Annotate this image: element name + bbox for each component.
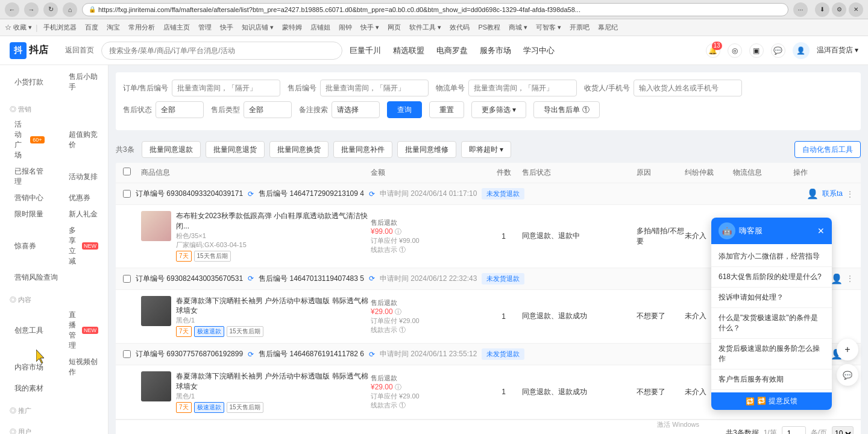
more-filter-button[interactable]: 更多筛选 ▾ — [471, 101, 526, 118]
chat-close-btn[interactable]: ✕ — [817, 226, 825, 236]
chat-item-5[interactable]: 发货后极速退款的服务阶怎么操作 — [711, 339, 832, 370]
batch-refund-btn[interactable]: 批量同意退款 — [142, 141, 201, 158]
batch-supplement-btn[interactable]: 批量同意补件 — [333, 141, 392, 158]
tag-15day-2[interactable]: 15天售后期 — [227, 326, 263, 337]
order-checkbox-3[interactable] — [123, 350, 131, 358]
batch-exchange-btn[interactable]: 批量同意换货 — [269, 141, 329, 158]
filter-input-aftersaleno[interactable] — [320, 80, 429, 96]
bookmark-code[interactable]: 效代码 — [447, 22, 472, 33]
copy-icon-2[interactable]: ⟳ — [248, 274, 254, 283]
nav-xxzx[interactable]: 学习中心 — [523, 45, 555, 56]
page-input[interactable] — [782, 426, 806, 434]
tag-7day-1[interactable]: 7天 — [176, 251, 192, 262]
bookmark-knowledge[interactable]: 知识店铺 ▾ — [239, 22, 276, 33]
filter-select-type[interactable]: 全部 — [244, 101, 292, 118]
filter-input-orderno[interactable] — [172, 80, 280, 96]
bookmark-item[interactable]: ☆ 收藏 ▾ — [5, 23, 32, 32]
sidebar-item-surprise[interactable]: 惊喜券 — [0, 222, 54, 269]
filter-select-status[interactable]: 全部 — [156, 101, 204, 118]
sidebar-item-risksearch[interactable]: 营销风险查询 — [0, 269, 108, 286]
bookmark-monte[interactable]: 蒙特姆 — [280, 22, 304, 33]
bookmark-dipu[interactable]: 店铺姐 — [308, 22, 333, 33]
contact-ta-1[interactable]: 联系ta — [822, 189, 843, 199]
bookmark-mall[interactable]: 商城 ▾ — [506, 22, 530, 33]
bookmark-mobile[interactable]: 手机浏览器 — [41, 22, 79, 33]
back-home-btn[interactable]: 返回首页 — [65, 45, 94, 55]
sidebar-item-super[interactable]: 超值购竞价 — [54, 116, 108, 163]
sidebar-item-limittime[interactable]: 限时限量 — [0, 206, 54, 222]
nav-fwsc[interactable]: 服务市场 — [480, 45, 511, 56]
sidebar-item-multisave[interactable]: 多享立减 NEW — [54, 222, 108, 269]
order-checkbox-1[interactable] — [123, 190, 131, 198]
chat-footer[interactable]: 🔁 🔁 提意反馈 — [711, 392, 832, 410]
refresh-browser-btn[interactable]: ↻ — [43, 2, 58, 17]
sidebar-item-coupon[interactable]: 优惠券 — [54, 190, 108, 206]
contact-icon-2[interactable]: 👤 — [831, 273, 843, 285]
tag-fast-2[interactable]: 极速退款 — [194, 326, 224, 337]
url-bar[interactable]: 🔒 https://fxg.jinritemai.com/ffa/mafters… — [82, 3, 788, 16]
copy-icon-2b[interactable]: ⟳ — [369, 274, 375, 283]
filter-input-logistics[interactable] — [468, 80, 577, 96]
batch-repair-btn[interactable]: 批量同意维修 — [397, 141, 456, 158]
bookmark-ps[interactable]: PS教程 — [476, 22, 503, 33]
contact-icon-1[interactable]: 👤 — [807, 188, 819, 200]
tag-7day-2[interactable]: 7天 — [176, 326, 192, 337]
back-browser-btn[interactable]: ← — [5, 2, 19, 17]
per-page-select[interactable]: 10 20 50 — [832, 426, 854, 434]
soon-timeout-btn[interactable]: 即将超时 ▾ — [461, 141, 511, 158]
reset-button[interactable]: 重置 — [429, 101, 464, 118]
bookmark-keq[interactable]: 可智客 ▾ — [533, 22, 564, 33]
notification-bell[interactable]: 🔔 13 — [706, 43, 720, 58]
bookmark-taobao[interactable]: 淘宝 — [104, 22, 122, 33]
chat-item-3[interactable]: 投诉申请如何处理？ — [711, 288, 832, 308]
more-ops-1[interactable]: ⋮ — [846, 190, 854, 198]
tag-fast-3[interactable]: 极速退款 — [194, 402, 224, 413]
tag-7day-3[interactable]: 7天 — [176, 402, 192, 413]
more-ops-2[interactable]: ⋮ — [846, 274, 854, 283]
forward-browser-btn[interactable]: → — [24, 2, 39, 17]
sidebar-item-replay[interactable]: 活动复排 — [54, 163, 108, 190]
bookmark-store[interactable]: 店铺主页 — [161, 22, 192, 33]
float-btn-up[interactable]: + — [837, 339, 858, 360]
order-checkbox-2[interactable] — [123, 275, 131, 283]
bookmark-ticket[interactable]: 开票吧 — [567, 22, 592, 33]
select-all-checkbox[interactable] — [123, 168, 131, 175]
sidebar-item-xiaohuo[interactable]: 小货打款 — [0, 69, 54, 95]
auto-tool-btn[interactable]: 自动化售后工具 — [794, 141, 861, 158]
bookmark-clock[interactable]: 闹钟 — [336, 22, 354, 33]
bookmark-ks2[interactable]: 快手 ▾ — [358, 22, 382, 33]
sidebar-item-newgift[interactable]: 新人礼金 — [54, 206, 108, 222]
sidebar-item-signups[interactable]: 已报名管理 — [0, 163, 54, 190]
sidebar-item-activity[interactable]: 活动广场 60+ — [0, 116, 54, 163]
bookmark-analysis[interactable]: 常用分析 — [126, 22, 157, 33]
bookmark-mgmt[interactable]: 管理 — [196, 22, 214, 33]
avatar[interactable]: 👤 — [793, 42, 810, 59]
export-button[interactable]: 导出售后单 ① — [533, 101, 599, 118]
sidebar-item-creative[interactable]: 创意工具 — [0, 307, 54, 354]
tag-15day-3[interactable]: 15天售后期 — [227, 402, 263, 413]
home-browser-btn[interactable]: ⌂ — [63, 2, 77, 17]
copy-icon-3[interactable]: ⟳ — [248, 350, 254, 359]
nav-icon-3[interactable]: ▣ — [749, 43, 764, 58]
sidebar-item-contentmkt[interactable]: 内容市场 — [0, 354, 54, 380]
filter-select-remark[interactable]: 请选择 — [332, 101, 380, 118]
filter-input-receiver[interactable] — [634, 80, 742, 96]
nav-dslp[interactable]: 电商罗盘 — [436, 45, 468, 56]
chat-item-4[interactable]: 什么是"发货极速退款"的条件是什么？ — [711, 308, 832, 339]
search-button[interactable]: 查询 — [387, 101, 422, 118]
sidebar-item-assistant[interactable]: 售后小助手 — [54, 69, 108, 95]
copy-icon-1b[interactable]: ⟳ — [369, 190, 375, 198]
sidebar-item-shortvideo[interactable]: 短视频创作 — [54, 354, 108, 380]
sidebar-item-mktcenter[interactable]: 营销中心 — [0, 190, 54, 206]
nav-icon-4[interactable]: 💬 — [771, 43, 785, 58]
nav-jxlm[interactable]: 精选联盟 — [393, 45, 424, 56]
bookmark-baidu[interactable]: 百度 — [83, 22, 101, 33]
bookmark-software[interactable]: 软件工具 ▾ — [407, 22, 444, 33]
settings-btn[interactable]: ⚙ — [832, 2, 846, 17]
more-browser-btn[interactable]: ··· — [793, 2, 808, 17]
bookmark-web[interactable]: 网页 — [385, 22, 403, 33]
chat-item-6[interactable]: 客户售后服务有效期 — [711, 370, 832, 390]
close-btn[interactable]: ✕ — [849, 2, 863, 17]
float-btn-msg[interactable]: 💬 — [837, 364, 858, 386]
tag-15day-1[interactable]: 15天售后期 — [194, 251, 231, 262]
